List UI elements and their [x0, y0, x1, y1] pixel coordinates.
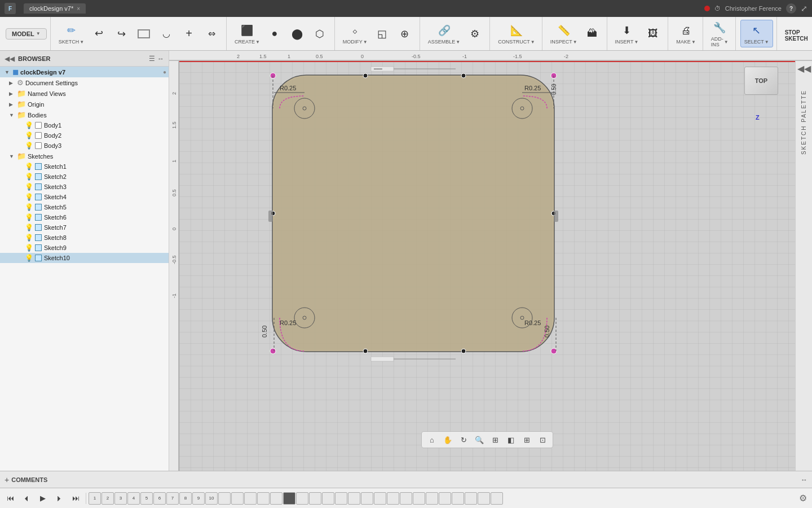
bt-sketch9[interactable]: 9 — [192, 492, 205, 505]
palette-collapse-button[interactable]: ◀◀ — [797, 63, 811, 74]
joint-button[interactable]: ⚙ — [464, 24, 486, 44]
sidebar-item-body2[interactable]: 💡 Body2 — [0, 130, 169, 141]
bt-sketch28[interactable] — [439, 492, 451, 505]
arc-button[interactable]: ◡ — [155, 24, 178, 44]
sidebar-item-origin[interactable]: ▶ 📁 Origin — [0, 99, 169, 110]
sidebar-item-sketch4[interactable]: 💡 Sketch4 — [0, 192, 169, 202]
bt-sketch1[interactable]: 1 — [89, 492, 101, 505]
sidebar-filter-icon[interactable]: ☰ — [149, 55, 155, 63]
bt-sketch11[interactable] — [218, 492, 231, 505]
insert-button[interactable]: ⬇ INSERT ▼ — [612, 20, 642, 47]
sidebar-item-sketches[interactable]: ▼ 📁 Sketches — [0, 151, 169, 161]
sketch-button[interactable]: ✏ SKETCH ▼ — [55, 20, 87, 47]
sidebar-item-sketch9[interactable]: 💡 Sketch9 — [0, 243, 169, 253]
inspect-button[interactable]: 📏 INSPECT ▼ — [547, 20, 581, 47]
bt-sketch16[interactable] — [283, 492, 295, 505]
construct-button[interactable]: 📐 CONSTRUCT ▼ — [495, 20, 538, 47]
select-button[interactable]: ↖ SELECT ▼ — [740, 20, 773, 47]
help-button[interactable]: ? — [786, 3, 796, 14]
sidebar-item-body3[interactable]: 💡 Body3 — [0, 141, 169, 151]
bt-sketch21[interactable] — [348, 492, 360, 505]
bt-sketch15[interactable] — [270, 492, 283, 505]
bt-sketch12[interactable] — [231, 492, 244, 505]
modify-button[interactable]: ⬦ MODIFY ▼ — [339, 20, 371, 47]
window-expand-icon[interactable]: ⤢ — [801, 4, 807, 13]
sidebar-item-sketch1[interactable]: 💡 Sketch1 — [0, 161, 169, 172]
sidebar-item-sketch10[interactable]: 💡 Sketch10 — [0, 253, 169, 263]
addins-button[interactable]: 🔧 ADD-INS ▼ — [708, 17, 732, 50]
bt-sketch2[interactable]: 2 — [102, 492, 114, 505]
sketch-canvas[interactable]: R0.25 R0.25 R0.25 0.50 — [179, 61, 795, 471]
next-button[interactable]: ⏵ — [51, 491, 67, 506]
tab-close-button[interactable]: × — [77, 6, 80, 12]
view-snap-button[interactable]: ⊡ — [536, 433, 549, 446]
undo-button[interactable]: ↩ — [87, 23, 110, 44]
add-comment-button[interactable]: + — [5, 475, 9, 484]
measure-button[interactable]: 🏔 — [581, 24, 603, 44]
bt-sketch4[interactable]: 4 — [127, 492, 140, 505]
skip-back-button[interactable]: ⏮ — [2, 491, 18, 506]
bt-sketch13[interactable] — [244, 492, 257, 505]
play-button[interactable]: ▶ — [35, 491, 51, 506]
active-tab[interactable]: clockDesign v7* × — [24, 3, 86, 14]
sidebar-item-sketch2[interactable]: 💡 Sketch2 — [0, 172, 169, 182]
rectangle-button[interactable] — [133, 27, 155, 41]
bt-sketch10[interactable]: 10 — [205, 492, 218, 505]
combine-button[interactable]: ⊕ — [394, 24, 416, 44]
view-pan-button[interactable]: ✋ — [441, 433, 454, 446]
sidebar-collapse-button[interactable]: ◀◀ — [5, 55, 15, 63]
bt-sketch23[interactable] — [374, 492, 386, 505]
bt-sketch19[interactable] — [322, 492, 334, 505]
bt-sketch7[interactable]: 7 — [166, 492, 179, 505]
mirror-button[interactable]: ⇔ — [200, 24, 223, 44]
point-button[interactable]: + — [178, 24, 200, 44]
sidebar-item-sketch6[interactable]: 💡 Sketch6 — [0, 212, 169, 222]
sidebar-item-document-settings[interactable]: ▶ ⚙ Document Settings — [0, 77, 169, 88]
bt-sketch8[interactable]: 8 — [179, 492, 192, 505]
bt-sketch14[interactable] — [257, 492, 270, 505]
sphere-button[interactable]: ● — [263, 24, 286, 44]
bt-sketch24[interactable] — [387, 492, 399, 505]
bt-sketch6[interactable]: 6 — [153, 492, 166, 505]
view-grid-button[interactable]: ⊞ — [520, 433, 533, 446]
view-home-button[interactable]: ⌂ — [425, 433, 439, 446]
view-cube-box[interactable]: TOP — [744, 67, 778, 95]
sidebar-item-sketch3[interactable]: 💡 Sketch3 — [0, 182, 169, 192]
bt-sketch17[interactable] — [296, 492, 308, 505]
bt-sketch25[interactable] — [400, 492, 412, 505]
fillet-button[interactable]: ◱ — [371, 24, 394, 44]
cylinder-button[interactable]: ⬤ — [286, 24, 308, 44]
view-display-button[interactable]: ◧ — [504, 433, 518, 446]
sidebar-expand-icon[interactable]: ↔ — [157, 55, 164, 63]
view-orbit-button[interactable]: ↻ — [457, 433, 470, 446]
skip-forward-button[interactable]: ⏭ — [68, 491, 83, 506]
sidebar-item-named-views[interactable]: ▶ 📁 Named Views — [0, 88, 169, 99]
sidebar-item-bodies[interactable]: ▼ 📁 Bodies — [0, 110, 169, 120]
tree-root-item[interactable]: ▼ ◼ clockDesign v7 ● — [0, 67, 169, 77]
bottom-bar-collapse-button[interactable]: ↔ — [801, 476, 807, 484]
pipe-button[interactable]: ⬡ — [308, 24, 331, 44]
sidebar-item-sketch8[interactable]: 💡 Sketch8 — [0, 233, 169, 243]
create-box-button[interactable]: ⬛ CREATE ▼ — [231, 20, 263, 47]
redo-button[interactable]: ↪ — [110, 24, 133, 44]
bt-sketch29[interactable] — [452, 492, 464, 505]
prev-button[interactable]: ⏴ — [19, 491, 34, 506]
bt-sketch20[interactable] — [335, 492, 347, 505]
view-zoom-button[interactable]: 🔍 — [473, 433, 486, 446]
stop-sketch-button[interactable]: STOP SKETCH — [782, 24, 812, 44]
toolbar-settings-button[interactable]: ⚙ — [796, 492, 810, 505]
view-cube-container[interactable]: TOP X Z — [744, 67, 789, 112]
view-fit-button[interactable]: ⊞ — [488, 433, 502, 446]
bt-sketch3[interactable]: 3 — [114, 492, 127, 505]
insert2-button[interactable]: 🖼 — [642, 24, 664, 44]
model-button[interactable]: MODEL ▼ — [6, 28, 47, 40]
assemble-button[interactable]: 🔗 ASSEMBLE ▼ — [425, 20, 464, 47]
sidebar-item-sketch5[interactable]: 💡 Sketch5 — [0, 202, 169, 212]
bt-sketch18[interactable] — [309, 492, 321, 505]
bt-sketch22[interactable] — [361, 492, 373, 505]
bt-sketch30[interactable] — [465, 492, 477, 505]
bt-sketch26[interactable] — [413, 492, 425, 505]
bt-sketch32[interactable] — [491, 492, 503, 505]
canvas-viewport[interactable]: R0.25 R0.25 R0.25 0.50 — [179, 61, 795, 471]
bt-sketch27[interactable] — [426, 492, 438, 505]
